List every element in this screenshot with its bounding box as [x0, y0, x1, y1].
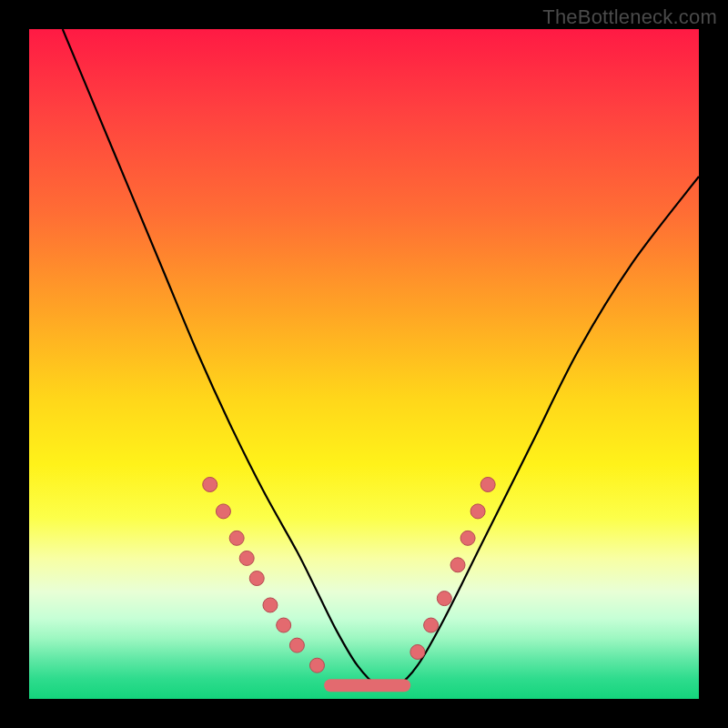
marker-dot	[424, 618, 439, 632]
marker-dot	[410, 644, 425, 659]
chart-frame: TheBottleneck.com	[0, 0, 728, 728]
marker-dot	[249, 571, 264, 586]
marker-dot	[216, 504, 230, 519]
marker-dot	[289, 638, 304, 652]
marker-dot	[437, 592, 451, 606]
marker-dot	[450, 558, 465, 572]
marker-dot	[263, 598, 278, 612]
marker-dots-group	[203, 477, 495, 672]
bottleneck-curve-path	[63, 29, 699, 688]
watermark-text: TheBottleneck.com	[542, 5, 717, 29]
marker-dot	[470, 504, 485, 519]
marker-dot	[277, 618, 291, 632]
marker-dot	[203, 477, 217, 491]
marker-dot	[229, 531, 244, 545]
marker-dot	[460, 531, 475, 545]
plot-area	[29, 29, 699, 699]
marker-dot	[309, 658, 324, 672]
bottleneck-curve-svg	[29, 29, 699, 699]
marker-dot	[239, 551, 254, 565]
marker-dot	[480, 477, 495, 491]
